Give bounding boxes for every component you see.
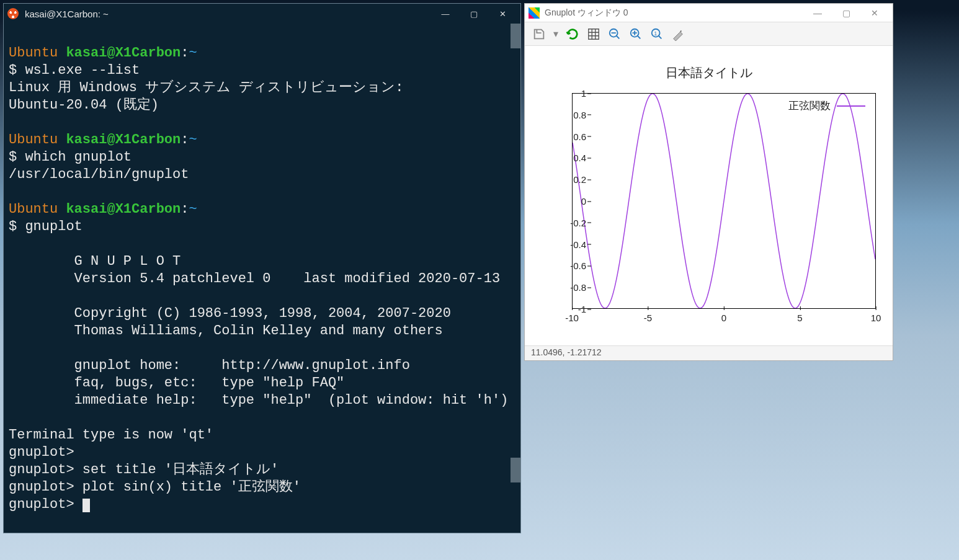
cmd-line: $ wsl.exe --list	[9, 63, 140, 78]
grid-icon[interactable]	[587, 27, 600, 41]
y-tick-label: 0.4	[573, 153, 586, 163]
cmd-line: $ gnuplot	[9, 219, 83, 234]
y-tick-label: 0.6	[573, 131, 586, 141]
gnuplot-window: Gnuplot ウィンドウ 0 — ▢ ✕ ▾ 1 日本語タイトル	[524, 3, 893, 361]
gnuplot-cmd: gnuplot> set title '日本語タイトル'	[9, 462, 279, 478]
wsl-header: Linux 用 Windows サブシステム ディストリビューション:	[9, 80, 403, 96]
zoom-reset-icon[interactable]: 1	[650, 27, 664, 41]
minimize-button[interactable]: —	[803, 4, 832, 22]
wsl-distro: Ubuntu-20.04 (既定)	[9, 97, 159, 113]
y-tick-label: -0.6	[570, 260, 586, 271]
y-tick-label: 0.2	[573, 174, 586, 185]
minimize-button[interactable]: —	[431, 4, 460, 24]
x-tick-label: 5	[797, 313, 802, 323]
x-tick-label: 10	[871, 313, 881, 323]
zoom-in-icon[interactable]	[629, 27, 643, 41]
reload-icon[interactable]	[566, 27, 579, 41]
chart-title: 日本語タイトル	[525, 46, 893, 81]
gnuplot-banner: faq, bugs, etc: type "help FAQ"	[9, 375, 344, 391]
y-tick-label: -0.8	[570, 282, 586, 293]
plot-canvas[interactable]: 日本語タイトル 正弦関数 -1-0.8-0.6-0.4-0.200.20.40.…	[525, 46, 893, 345]
gnuplot-cmd: gnuplot> plot sin(x) title '正弦関数'	[9, 479, 301, 495]
gnuplot-banner: immediate help: type "help" (plot window…	[9, 393, 508, 408]
close-button[interactable]: ✕	[488, 4, 517, 24]
os-label: Ubuntu	[9, 45, 58, 61]
terminal-type: Terminal type is now 'qt'	[9, 427, 213, 443]
terminal-window-controls: — ▢ ✕	[431, 4, 517, 24]
zoom-out-icon[interactable]	[608, 27, 622, 41]
gnuplot-banner: G N U P L O T	[9, 254, 181, 269]
settings-icon[interactable]	[671, 27, 685, 41]
terminal-titlebar[interactable]: kasai@X1Carbon: ~ — ▢ ✕	[4, 4, 520, 24]
which-output: /usr/local/bin/gnuplot	[9, 167, 189, 182]
y-tick-label: -0.2	[570, 217, 586, 228]
x-tick-label: 0	[721, 313, 726, 323]
maximize-button[interactable]: ▢	[460, 4, 488, 24]
x-tick-label: -10	[565, 313, 579, 323]
terminal-window: kasai@X1Carbon: ~ — ▢ ✕ Ubuntu kasai@X1C…	[3, 3, 521, 533]
export-icon[interactable]	[532, 27, 546, 41]
gnuplot-banner: Version 5.4 patchlevel 0 last modified 2…	[9, 271, 500, 287]
y-tick-label: -1	[578, 304, 586, 314]
y-tick-label: -0.4	[570, 239, 586, 249]
terminal-cursor	[83, 499, 90, 512]
svg-text:1: 1	[654, 30, 657, 36]
gnuplot-banner: Thomas Williams, Colin Kelley and many o…	[9, 323, 443, 339]
chart-line	[573, 94, 875, 308]
y-tick-label: 0	[581, 196, 586, 207]
terminal-title: kasai@X1Carbon: ~	[25, 9, 109, 19]
plot-status-bar: 11.0496, -1.21712	[525, 345, 893, 360]
cwd: ~	[189, 45, 197, 61]
cmd-line: $ which gnuplot	[9, 149, 132, 165]
close-button[interactable]: ✕	[860, 4, 889, 22]
gnuplot-app-icon	[529, 7, 540, 19]
chart-axes: 正弦関数	[572, 93, 876, 309]
x-tick-label: -5	[644, 313, 652, 323]
gnuplot-prompt: gnuplot>	[9, 445, 74, 460]
maximize-button[interactable]: ▢	[832, 4, 860, 22]
gnuplot-banner: gnuplot home: http://www.gnuplot.info	[9, 358, 410, 373]
gnuplot-toolbar: ▾ 1	[525, 22, 893, 46]
y-tick-label: 0.8	[573, 109, 586, 120]
user-host: kasai@X1Carbon	[66, 45, 181, 61]
ubuntu-icon	[7, 8, 19, 19]
terminal-content[interactable]: Ubuntu kasai@X1Carbon:~ $ wsl.exe --list…	[4, 24, 520, 533]
gnuplot-window-controls: — ▢ ✕	[803, 4, 889, 22]
gnuplot-prompt: gnuplot>	[9, 497, 74, 512]
gnuplot-banner: Copyright (C) 1986-1993, 1998, 2004, 200…	[9, 306, 451, 321]
gnuplot-window-title: Gnuplot ウィンドウ 0	[545, 7, 628, 19]
y-tick-label: 1	[581, 88, 586, 99]
gnuplot-titlebar[interactable]: Gnuplot ウィンドウ 0 — ▢ ✕	[525, 4, 893, 22]
